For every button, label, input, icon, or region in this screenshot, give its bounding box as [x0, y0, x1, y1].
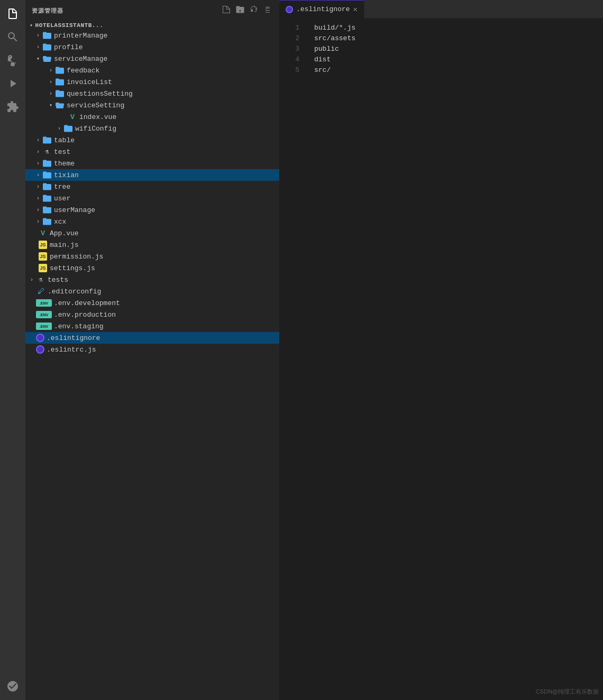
run-activity-icon[interactable] [3, 74, 22, 93]
list-item[interactable]: › JS permission.js [25, 251, 279, 262]
item-label: main.js [50, 241, 79, 249]
item-label: questionsSetting [67, 90, 133, 98]
list-item[interactable]: › 🖊 .editorconfig [25, 285, 279, 297]
new-folder-icon[interactable] [235, 4, 245, 17]
extensions-activity-icon[interactable] [3, 97, 22, 116]
list-item[interactable]: › wifiConfig [25, 123, 279, 134]
folder-icon [42, 182, 52, 191]
item-label: wifiConfig [75, 125, 116, 133]
list-item[interactable]: › theme [25, 158, 279, 169]
refresh-icon[interactable] [249, 4, 259, 17]
chevron-icon: › [34, 33, 42, 39]
tab-filename: .eslintignore [296, 5, 350, 13]
item-label: userManage [54, 206, 95, 214]
sidebar: 资源管理器 [25, 0, 279, 700]
beaker-icon: ⚗ [36, 275, 45, 284]
list-item[interactable]: ▾ serviceSetting [25, 99, 279, 111]
item-label: settings.js [50, 264, 95, 272]
files-activity-icon[interactable] [3, 4, 22, 23]
env-icon: .ENV [36, 299, 52, 307]
item-label: invoiceList [67, 78, 112, 86]
item-label: table [54, 136, 75, 144]
list-item[interactable]: › questionsSetting [25, 88, 279, 99]
item-label: index.vue [79, 113, 116, 121]
env-icon: .ENV [36, 323, 52, 330]
list-item[interactable]: › feedback [25, 65, 279, 76]
list-item[interactable]: › ⚗ tests [25, 274, 279, 285]
list-item[interactable]: › profile [25, 41, 279, 53]
tab-bar: .eslintignore ✕ [279, 0, 603, 19]
chevron-icon: › [34, 219, 42, 225]
list-item[interactable]: › xcx [25, 216, 279, 227]
list-item[interactable]: › .eslintrc.js [25, 344, 279, 355]
js-file-icon: JS [38, 240, 48, 250]
js-file-icon: JS [38, 252, 48, 261]
chevron-icon: › [34, 184, 42, 190]
list-item[interactable]: › user [25, 192, 279, 204]
list-item[interactable]: › .ENV .env.development [25, 297, 279, 309]
tab-close-icon[interactable]: ✕ [353, 5, 357, 14]
folder-icon [55, 89, 65, 98]
new-file-icon[interactable] [221, 4, 232, 17]
list-item[interactable]: › JS main.js [25, 239, 279, 251]
chevron-icon: › [34, 149, 42, 155]
folder-open-icon [42, 54, 52, 63]
folder-open-icon [55, 100, 65, 110]
folder-icon [42, 135, 52, 145]
item-label: .eslintrc.js [47, 346, 96, 354]
source-control-activity-icon[interactable] [3, 51, 22, 70]
item-label: .env.production [54, 311, 116, 319]
list-item[interactable]: › ⚗ test [25, 146, 279, 158]
line-numbers: 1 2 3 4 5 [279, 19, 306, 700]
chevron-icon: › [34, 161, 42, 167]
list-item[interactable]: › table [25, 134, 279, 146]
chevron-icon: › [47, 68, 55, 73]
vue-file-icon: V [38, 228, 48, 238]
list-item[interactable]: › invoiceList [25, 76, 279, 88]
folder-icon [55, 66, 65, 75]
chevron-icon: › [28, 277, 36, 283]
chevron-icon: ▾ [34, 56, 42, 62]
list-item[interactable]: › V App.vue [25, 227, 279, 239]
folder-icon [42, 42, 52, 52]
list-item[interactable]: › JS settings.js [25, 262, 279, 274]
list-item[interactable]: › tixian [25, 169, 279, 181]
item-label: theme [54, 160, 75, 168]
chevron-icon: › [34, 44, 42, 50]
folder-icon [55, 77, 65, 87]
line-number: 3 [279, 44, 299, 54]
explorer-root-label: HOTELASSISTANTB... [35, 22, 104, 29]
folder-icon [42, 217, 52, 226]
folder-icon [42, 31, 52, 40]
item-label: feedback [67, 67, 99, 75]
item-label: profile [54, 43, 83, 51]
explorer-root[interactable]: ▾ HOTELASSISTANTB... [25, 21, 279, 30]
item-label: tests [48, 276, 68, 284]
list-item[interactable]: › .ENV .env.production [25, 309, 279, 320]
list-item[interactable]: › printerManage [25, 30, 279, 41]
item-label: tixian [54, 171, 79, 179]
list-item[interactable]: › tree [25, 181, 279, 192]
remote-activity-icon[interactable] [3, 677, 22, 696]
editor-tab[interactable]: .eslintignore ✕ [279, 0, 364, 19]
list-item[interactable]: › V index.vue [25, 111, 279, 123]
item-label: .env.development [54, 299, 120, 307]
sidebar-header: 资源管理器 [25, 0, 279, 21]
list-item[interactable]: › .eslintignore [25, 332, 279, 344]
activity-bar [0, 0, 25, 700]
list-item[interactable]: › .ENV .env.staging [25, 320, 279, 332]
tab-eslint-icon [286, 6, 293, 13]
search-activity-icon[interactable] [3, 27, 22, 47]
list-item[interactable]: › userManage [25, 204, 279, 216]
root-chevron: ▾ [30, 22, 33, 29]
watermark: CSDN@纯理工有乐数据 [536, 688, 599, 696]
list-item[interactable]: ▾ serviceManage [25, 53, 279, 65]
chevron-icon: ▾ [47, 102, 55, 108]
folder-icon [42, 194, 52, 203]
eslint-file-icon [36, 345, 44, 354]
line-number: 4 [279, 54, 299, 65]
env-icon: .ENV [36, 311, 52, 318]
collapse-all-icon[interactable] [262, 4, 273, 17]
folder-icon [63, 124, 73, 133]
line-number: 1 [279, 23, 299, 33]
